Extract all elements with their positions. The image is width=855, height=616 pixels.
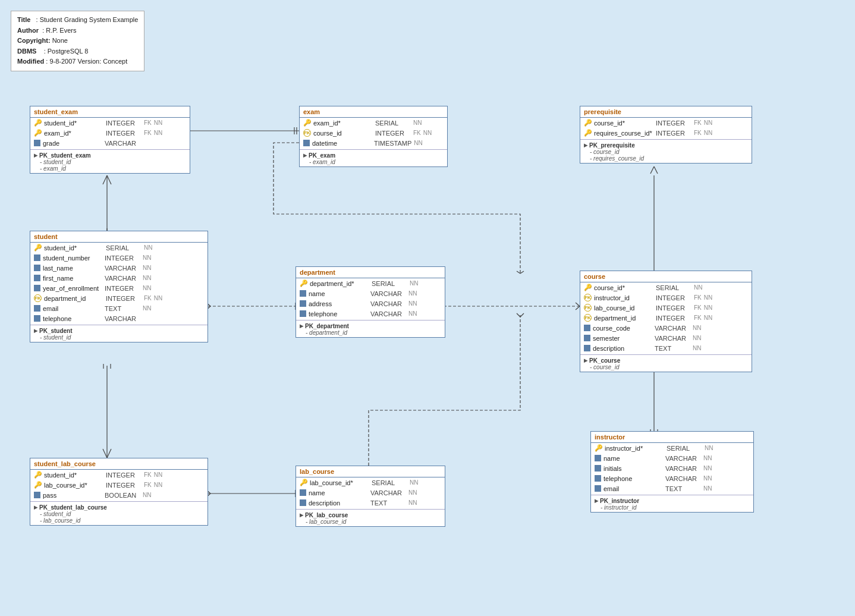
col-icon [303, 140, 310, 146]
table-row: 🔑 lab_course_id* INTEGER FK NN [30, 480, 208, 490]
col-icon [595, 475, 601, 482]
table-student-exam: student_exam 🔑 student_id* INTEGER FK NN… [30, 106, 190, 174]
svg-line-38 [520, 313, 524, 317]
table-row: telephone VARCHAR NN [296, 309, 445, 319]
table-row: description TEXT NN [580, 343, 752, 353]
table-lab-course: lab_course 🔑 lab_course_id* SERIAL NN na… [296, 466, 445, 527]
table-row: course_code VARCHAR NN [580, 323, 752, 333]
col-icon [34, 305, 40, 312]
table-header-instructor: instructor [591, 432, 753, 443]
table-row: 🔑 requires_course_id* INTEGER FK NN [580, 128, 752, 138]
col-icon [595, 455, 601, 461]
table-row: description TEXT NN [296, 498, 445, 508]
table-row: name VARCHAR NN [296, 488, 445, 498]
col-icon [34, 254, 40, 261]
info-title: Title : Student Grading System Example [17, 15, 138, 26]
table-header-course: course [580, 271, 752, 282]
table-row: datetime TIMESTAMP NN [300, 138, 447, 148]
table-row: name VARCHAR NN [296, 288, 445, 298]
svg-line-15 [576, 303, 580, 306]
key-icon: 🔑 [584, 119, 592, 127]
svg-line-1 [103, 175, 107, 184]
col-icon [595, 485, 601, 492]
table-row: FK department_id INTEGER FK NN [580, 313, 752, 323]
table-row: 🔑 student_id* INTEGER FK NN [30, 470, 208, 480]
pk-section: PK_exam - exam_id [300, 151, 447, 166]
table-row: grade VARCHAR [30, 138, 190, 148]
info-modified: Modified : 9-8-2007 Version: Concept [17, 56, 138, 67]
table-header-lab-course: lab_course [296, 466, 445, 477]
key-icon: 🔑 [584, 284, 592, 291]
table-row: FK course_id INTEGER FK NN [300, 128, 447, 138]
key-icon: 🔑 [300, 479, 307, 486]
table-row: semester VARCHAR NN [580, 333, 752, 343]
col-icon [300, 489, 306, 496]
svg-line-16 [576, 306, 580, 310]
key-icon: 🔑 [34, 471, 42, 479]
table-row: year_of_enrollment INTEGER NN [30, 283, 208, 293]
col-icon [34, 140, 40, 146]
fk-icon: FK [303, 129, 311, 137]
table-row: last_name VARCHAR NN [30, 263, 208, 273]
table-row: first_name VARCHAR NN [30, 273, 208, 283]
col-icon [584, 345, 590, 351]
table-instructor: instructor 🔑 instructor_id* SERIAL NN na… [590, 431, 754, 513]
col-icon [34, 265, 40, 271]
table-header-student-lab-course: student_lab_course [30, 458, 208, 470]
table-row: student_number INTEGER NN [30, 253, 208, 263]
key-icon: 🔑 [34, 119, 42, 127]
svg-line-2 [107, 175, 111, 184]
col-icon [34, 275, 40, 281]
table-row: address VARCHAR NN [296, 298, 445, 309]
key-icon: 🔑 [34, 244, 42, 252]
pk-section: PK_department - department_id [296, 322, 445, 337]
table-row: 🔑 department_id* SERIAL NN [296, 278, 445, 288]
table-department: department 🔑 department_id* SERIAL NN na… [296, 266, 445, 338]
table-row: email TEXT NN [591, 483, 753, 494]
table-header-exam: exam [300, 106, 447, 118]
table-row: FK lab_course_id INTEGER FK NN [580, 303, 752, 313]
svg-line-30 [103, 449, 107, 458]
table-row: 🔑 lab_course_id* SERIAL NN [296, 477, 445, 488]
table-row: 🔑 student_id* SERIAL NN [30, 243, 208, 253]
col-icon [34, 315, 40, 322]
svg-line-37 [517, 313, 520, 317]
table-row: telephone VARCHAR NN [591, 473, 753, 483]
col-icon [300, 300, 306, 307]
fk-icon: FK [584, 294, 592, 301]
table-course: course 🔑 course_id* SERIAL NN FK instruc… [580, 271, 752, 372]
pk-section: PK_instructor - instructor_id [591, 496, 753, 512]
info-dbms: DBMS : PostgreSQL 8 [17, 46, 138, 57]
table-prerequisite: prerequisite 🔑 course_id* INTEGER FK NN … [580, 106, 752, 164]
table-row: 🔑 course_id* SERIAL NN [580, 282, 752, 293]
info-author: Author : R.P. Evers [17, 26, 138, 36]
table-header-department: department [296, 267, 445, 278]
pk-section: PK_course - course_id [580, 356, 752, 372]
pk-section: PK_lab_course - lab_course_id [296, 511, 445, 526]
svg-line-19 [654, 166, 658, 174]
svg-line-31 [107, 449, 111, 458]
fk-icon: FK [584, 314, 592, 322]
info-copyright: Copyright: None [17, 36, 138, 46]
info-box: Title : Student Grading System Example A… [11, 11, 144, 71]
key-icon: 🔑 [34, 129, 42, 137]
key-icon: 🔑 [300, 279, 307, 287]
table-row: 🔑 exam_id* INTEGER FK NN [30, 128, 190, 138]
pk-section: PK_prerequisite - course_id - requires_c… [580, 141, 752, 163]
key-icon: 🔑 [303, 119, 311, 127]
table-header-student-exam: student_exam [30, 106, 190, 118]
pk-section: PK_student - student_id [30, 326, 208, 342]
col-icon [34, 492, 40, 498]
col-icon [595, 465, 601, 472]
key-icon: 🔑 [595, 444, 602, 452]
svg-line-8 [520, 271, 524, 274]
table-row: 🔑 instructor_id* SERIAL NN [591, 443, 753, 453]
col-icon [584, 335, 590, 341]
table-row: pass BOOLEAN NN [30, 490, 208, 500]
table-header-student: student [30, 231, 208, 243]
pk-section: PK_student_lab_course - student_id - lab… [30, 503, 208, 525]
svg-line-18 [650, 166, 654, 174]
table-row: telephone VARCHAR [30, 313, 208, 323]
table-student-lab-course: student_lab_course 🔑 student_id* INTEGER… [30, 458, 208, 526]
fk-icon: FK [34, 294, 42, 302]
